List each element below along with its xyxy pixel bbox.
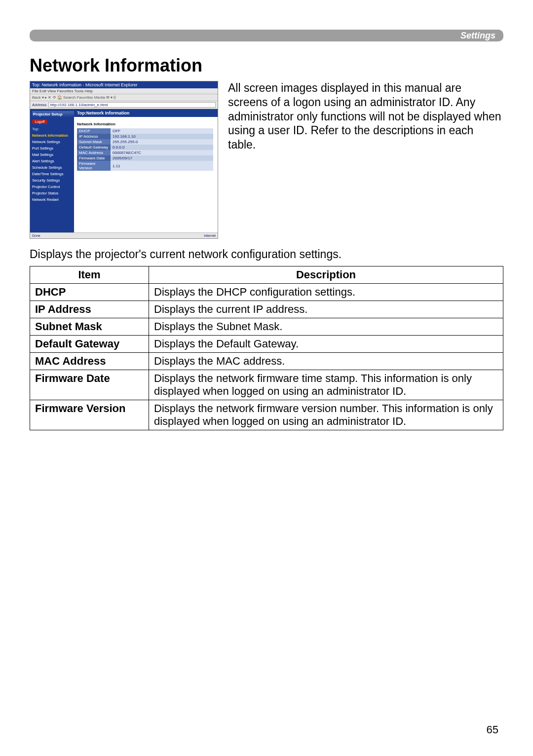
page-title: Network Information	[30, 55, 503, 76]
cell-val: 0.0.0.0	[111, 145, 213, 150]
sidebar-brand: Projector Setup	[32, 111, 74, 117]
subtitle: Displays the projector's current network…	[30, 248, 503, 261]
cell-val: 1.11	[111, 161, 213, 171]
row-desc: Displays the DHCP configuration settings…	[149, 284, 503, 301]
header-bar: Settings	[30, 30, 503, 41]
sidebar-item[interactable]: Top:	[32, 126, 74, 132]
row-desc: Displays the current IP address.	[149, 301, 503, 318]
cell-val: 2005/09/17	[111, 155, 213, 161]
row-item: IP Address	[30, 301, 149, 318]
intro-text: All screen images displayed in this manu…	[228, 81, 503, 152]
cell-key: Subnet Mask	[77, 139, 111, 145]
sidebar-item[interactable]: Date/Time Settings	[32, 171, 74, 177]
cell-key: Firmware Date	[77, 155, 111, 161]
cell-key: IP Address	[77, 134, 111, 139]
sidebar-item[interactable]: Network Information	[32, 132, 74, 139]
section-title: Network Information	[74, 117, 218, 128]
logoff-button[interactable]: Logoff	[32, 119, 47, 124]
cell-key: DHCP	[77, 128, 111, 134]
address-bar: Address http://192.168.1.10/admin_e.html	[30, 101, 218, 109]
network-info-table: DHCPOFF IP Address192.168.1.10 Subnet Ma…	[77, 128, 213, 171]
address-label: Address	[32, 103, 46, 107]
address-value: http://192.168.1.10/admin_e.html	[48, 102, 216, 108]
row-desc: Displays the network firmware version nu…	[149, 400, 503, 430]
sidebar-item[interactable]: Port Settings	[32, 145, 74, 151]
toolbar: Back ▾ ▸ ✕ ⟳ 🏠 Search Favorites Media ✉ …	[30, 94, 218, 101]
menubar: File Edit View Favorites Tools Help	[30, 88, 218, 94]
sidebar-item[interactable]: Mail Settings	[32, 151, 74, 158]
breadcrumb: Top:Network Information	[74, 109, 218, 117]
sidebar-item[interactable]: Schedule Settings	[32, 164, 74, 171]
row-item: Default Gateway	[30, 336, 149, 353]
sidebar-item[interactable]: Projector Control	[32, 184, 74, 190]
sidebar-item[interactable]: Projector Status	[32, 190, 74, 196]
description-table: Item Description DHCPDisplays the DHCP c…	[30, 266, 503, 430]
cell-key: Firmware Version	[77, 161, 111, 171]
row-desc: Displays the Subnet Mask.	[149, 318, 503, 336]
row-item: MAC Address	[30, 353, 149, 370]
cell-key: MAC Address	[77, 150, 111, 155]
th-item: Item	[30, 266, 149, 284]
cell-val: 000087AEC47C	[111, 150, 213, 155]
th-desc: Description	[149, 266, 503, 284]
cell-key: Default Gateway	[77, 145, 111, 150]
window-title: Top: Network Information - Microsoft Int…	[30, 81, 218, 88]
sidebar-item[interactable]: Network Settings	[32, 139, 74, 145]
cell-val: 192.168.1.10	[111, 134, 213, 139]
cell-val: OFF	[111, 128, 213, 134]
row-desc: Displays the Default Gateway.	[149, 336, 503, 353]
row-desc: Displays the network firmware time stamp…	[149, 370, 503, 400]
cell-val: 255.255.255.0	[111, 139, 213, 145]
sidebar-item[interactable]: Security Settings	[32, 177, 74, 184]
sidebar: Projector Setup Logoff Top: Network Info…	[30, 109, 74, 232]
row-item: Firmware Version	[30, 400, 149, 430]
status-left: Done	[32, 234, 40, 237]
sidebar-item[interactable]: Network Restart	[32, 196, 74, 203]
header-label: Settings	[460, 31, 495, 41]
row-item: DHCP	[30, 284, 149, 301]
status-right: Internet	[204, 234, 216, 237]
page-number: 65	[487, 723, 498, 736]
row-item: Subnet Mask	[30, 318, 149, 336]
row-item: Firmware Date	[30, 370, 149, 400]
row-desc: Displays the MAC address.	[149, 353, 503, 370]
screenshot: Top: Network Information - Microsoft Int…	[30, 81, 218, 239]
sidebar-item[interactable]: Alert Settings	[32, 158, 74, 164]
